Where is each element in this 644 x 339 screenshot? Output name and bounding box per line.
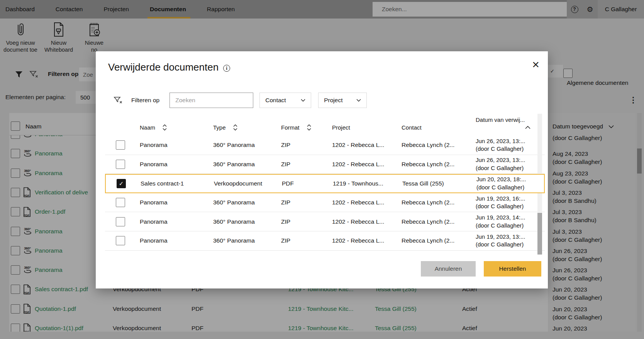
modal-column-header-deleted-date[interactable]: Datum van verwij... [476, 116, 525, 123]
row-checkbox-wrap [116, 231, 125, 250]
document-type: Verkoopdocument [214, 175, 262, 192]
modal-column-header-type[interactable]: Type [213, 119, 238, 136]
row-checkbox-wrap [116, 136, 125, 155]
column-label: Format [281, 124, 300, 131]
project-name: 1202 - Rebecca L... [332, 155, 384, 174]
deleted-date: Jun 20, 2023, 18:... [476, 175, 526, 184]
deleted-date-cell: Jun 26, 2023, 13:...(door C Gallagher) [476, 136, 525, 155]
deleted-date-cell: Jun 19, 2023, 14:...(door C Gallagher) [476, 212, 525, 231]
document-name: Panorama [140, 212, 168, 231]
restore-button[interactable]: Herstellen [484, 261, 541, 277]
row-checkbox[interactable] [116, 160, 125, 169]
document-name: Panorama [140, 155, 168, 174]
contact-dropdown-label: Contact [265, 97, 286, 104]
modal-title: Verwijderde documenten i [108, 61, 230, 73]
cancel-button[interactable]: Annuleren [421, 261, 476, 277]
contact-name: Rebecca Lynch (2... [402, 231, 454, 250]
modal-table-row[interactable]: Panorama360° PanoramaZIP1202 - Rebecca L… [105, 136, 545, 155]
column-label: Type [213, 124, 226, 131]
deleted-date-cell: Jun 20, 2023, 18:...(door C Gallagher) [476, 175, 526, 192]
modal-table-row[interactable]: Panorama360° PanoramaZIP1202 - Rebecca L… [105, 155, 545, 174]
column-label: Contact [402, 124, 422, 131]
chevron-up-icon [525, 126, 530, 129]
document-format: ZIP [281, 231, 290, 250]
modal-title-text: Verwijderde documenten [108, 61, 219, 73]
modal-table-row[interactable]: Panorama360° PanoramaZIP1202 - Rebecca L… [105, 212, 545, 231]
modal-scrollbar-thumb[interactable] [537, 213, 542, 255]
contact-name: Rebecca Lynch (2... [402, 136, 454, 155]
modal-table-row[interactable]: Panorama360° PanoramaZIP1202 - Rebecca L… [105, 231, 545, 251]
document-name: Panorama [140, 136, 168, 155]
modal-column-header-project[interactable]: Project [332, 119, 350, 136]
deleted-by: (door C Gallagher) [476, 184, 524, 192]
project-name: 1202 - Rebecca L... [332, 212, 384, 231]
modal-column-header-name[interactable]: Naam [140, 119, 167, 136]
document-type: 360° Panorama [213, 193, 255, 212]
document-name: Panorama [140, 231, 168, 250]
document-type: 360° Panorama [213, 212, 255, 231]
project-dropdown-label: Project [324, 97, 342, 104]
deleted-by: (door C Gallagher) [476, 145, 524, 153]
column-label: Project [332, 124, 350, 131]
sort-icon [307, 124, 312, 131]
document-name: Sales contract-1 [141, 175, 184, 192]
sort-icon [233, 124, 238, 131]
deleted-by: (door C Gallagher) [476, 222, 524, 230]
clear-filter-icon[interactable] [114, 96, 123, 104]
contact-name: Rebecca Lynch (2... [402, 155, 454, 174]
modal-column-header-format[interactable]: Format [281, 119, 312, 136]
row-checkbox[interactable] [116, 236, 125, 245]
row-checkbox[interactable] [116, 140, 125, 150]
deleted-by: (door C Gallagher) [476, 241, 524, 249]
row-checkbox-wrap [116, 155, 125, 174]
sort-icon [162, 124, 167, 131]
deleted-date-cell: Jun 19, 2023, 13:...(door C Gallagher) [476, 231, 525, 250]
modal-column-header-contact[interactable]: Contact [402, 119, 422, 136]
project-dropdown[interactable]: Project [318, 93, 367, 108]
project-name: 1202 - Rebecca L... [332, 136, 384, 155]
chevron-down-icon [301, 99, 305, 102]
modal-table-rows: Panorama360° PanoramaZIP1202 - Rebecca L… [105, 136, 545, 251]
filter-label: Filteren op [131, 97, 159, 104]
deleted-date: Jun 19, 2023, 14:... [476, 214, 525, 222]
deleted-documents-modal: Verwijderde documenten i × Filteren op Z… [96, 51, 548, 288]
project-name: 1219 - Townhous... [333, 175, 383, 192]
row-checkbox-wrap [116, 193, 125, 212]
document-format: ZIP [281, 155, 290, 174]
row-checkbox[interactable] [116, 217, 125, 226]
document-format: ZIP [281, 212, 290, 231]
document-format: PDF [282, 175, 294, 192]
modal-table-row[interactable]: Panorama360° PanoramaZIP1202 - Rebecca L… [105, 193, 545, 213]
chevron-down-icon [356, 99, 361, 102]
document-type: 360° Panorama [213, 231, 255, 250]
document-name: Panorama [140, 193, 168, 212]
document-type: 360° Panorama [213, 136, 255, 155]
document-format: ZIP [281, 136, 290, 155]
contact-name: Tessa Gill (255) [402, 175, 444, 192]
document-format: ZIP [281, 193, 290, 212]
modal-table-header: NaamTypeFormatProjectContactDatum van ve… [105, 119, 545, 136]
row-checkbox[interactable]: ✓ [117, 179, 126, 188]
deleted-by: (door C Gallagher) [476, 202, 524, 211]
contact-name: Rebecca Lynch (2... [402, 193, 454, 212]
row-checkbox-wrap [116, 212, 125, 231]
deleted-date: Jun 26, 2023, 13:... [476, 137, 525, 145]
info-icon[interactable]: i [223, 65, 230, 72]
deleted-by: (door C Gallagher) [476, 164, 524, 172]
project-name: 1202 - Rebecca L... [332, 231, 384, 250]
project-name: 1202 - Rebecca L... [332, 193, 384, 212]
modal-table-row[interactable]: ✓Sales contract-1VerkoopdocumentPDF1219 … [105, 174, 545, 193]
contact-dropdown[interactable]: Contact [259, 93, 311, 108]
modal-filter-row: Filteren op Zoeken Contact Project [114, 93, 367, 108]
contact-name: Rebecca Lynch (2... [402, 212, 454, 231]
modal-search-input[interactable]: Zoeken [169, 93, 253, 108]
document-type: 360° Panorama [213, 155, 255, 174]
deleted-date-cell: Jun 26, 2023, 13:...(door C Gallagher) [476, 155, 525, 174]
close-icon[interactable]: × [532, 58, 539, 71]
deleted-date: Jun 19, 2023, 16:... [476, 195, 525, 203]
row-checkbox-wrap: ✓ [117, 175, 126, 192]
row-checkbox[interactable] [116, 198, 125, 207]
column-label: Naam [140, 124, 155, 131]
deleted-date: Jun 26, 2023, 13:... [476, 156, 525, 164]
column-label: Datum van verwij... [476, 116, 525, 123]
